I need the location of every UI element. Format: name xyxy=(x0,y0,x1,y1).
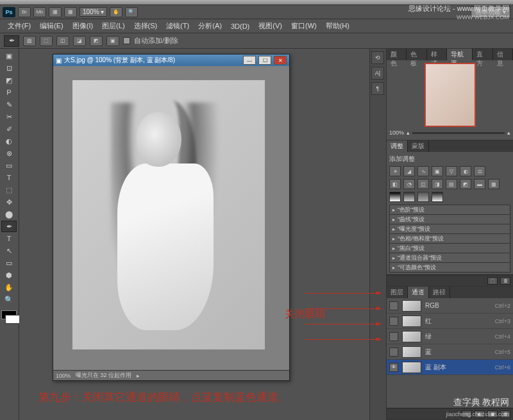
tab-masks[interactable]: 蒙版 xyxy=(408,140,429,152)
eraser-tool[interactable]: T xyxy=(1,172,17,183)
menu-window[interactable]: 窗口(W) xyxy=(287,20,321,32)
shape-tool[interactable]: ▭ xyxy=(1,257,17,269)
history-icon[interactable]: ⟲ xyxy=(371,51,384,64)
mixer-icon[interactable]: ◫ xyxy=(417,179,429,189)
zoom-tool[interactable]: 🔍 xyxy=(1,294,17,305)
photo-filter-icon[interactable]: ◔ xyxy=(403,179,415,189)
tab-navigator[interactable]: 导航器 xyxy=(447,49,473,60)
colorbalance-icon[interactable]: ⚖ xyxy=(474,166,485,176)
stamp-tool[interactable]: ⊗ xyxy=(1,147,17,159)
menu-image[interactable]: 图像(I) xyxy=(69,20,97,32)
preset-bw[interactable]: "黑白"预设 xyxy=(389,243,510,253)
expand-icon[interactable]: ⬚ xyxy=(487,277,498,285)
tab-swatches[interactable]: 色板 xyxy=(407,49,426,60)
grad3-icon[interactable] xyxy=(417,192,429,202)
status-zoom[interactable]: 100% xyxy=(56,373,71,379)
tab-channels[interactable]: 通道 xyxy=(408,287,429,298)
channel-blue-copy[interactable]: 👁 蓝 副本 Ctrl+6 xyxy=(387,360,513,375)
threshold-icon[interactable]: ◩ xyxy=(460,179,471,189)
menu-edit[interactable]: 编辑(E) xyxy=(36,20,67,32)
dodge-tool[interactable]: ⬤ xyxy=(1,208,17,220)
channel-green[interactable]: 绿 Ctrl+4 xyxy=(387,329,513,344)
preset-selective[interactable]: "可选颜色"预设 xyxy=(389,262,510,273)
paragraph-icon[interactable]: ¶ xyxy=(371,82,384,95)
tab-layers[interactable]: 图层 xyxy=(387,287,408,298)
eye-green[interactable] xyxy=(389,332,398,341)
hue-icon[interactable]: ◐ xyxy=(460,166,471,176)
combine-icon[interactable]: ◫ xyxy=(56,36,69,46)
invert-icon[interactable]: ◨ xyxy=(432,179,443,189)
heal-tool[interactable]: ✐ xyxy=(1,123,17,135)
zoom-in-icon[interactable]: ▴ xyxy=(507,130,510,136)
path-select-tool[interactable]: ↖ xyxy=(1,245,17,256)
vibrance-icon[interactable]: ▽ xyxy=(446,166,457,176)
grad2-icon[interactable] xyxy=(403,192,415,202)
minibridge-button[interactable]: Mb xyxy=(33,7,46,17)
character-icon[interactable]: A| xyxy=(371,67,384,80)
subtract-icon[interactable]: ◪ xyxy=(73,36,86,46)
gradient-map-icon[interactable]: ▬ xyxy=(474,179,485,189)
bw-icon[interactable]: ◧ xyxy=(389,179,401,189)
brightness-icon[interactable]: ☀ xyxy=(389,166,401,176)
exposure-icon[interactable]: ▣ xyxy=(432,166,443,176)
grid-button[interactable]: ▦ xyxy=(49,7,62,17)
zoom-icon[interactable]: 🔍 xyxy=(125,7,138,17)
preset-curves[interactable]: "曲线"预设 xyxy=(389,214,510,224)
menu-layer[interactable]: 图层(L) xyxy=(98,20,128,32)
eye-blue[interactable] xyxy=(389,348,398,357)
eye-rgb[interactable] xyxy=(389,301,398,310)
menu-analysis[interactable]: 分析(A) xyxy=(194,20,226,32)
tab-adjustments[interactable]: 调整 xyxy=(387,140,408,152)
channel-red[interactable]: 红 Ctrl+3 xyxy=(387,314,513,329)
hand-tool[interactable]: ✋ xyxy=(1,281,17,293)
exclude-icon[interactable]: ▣ xyxy=(106,36,119,46)
tab-styles[interactable]: 样式 xyxy=(427,49,447,60)
pen-mode-icon[interactable]: ▧ xyxy=(23,36,36,46)
history-brush-tool[interactable]: ▭ xyxy=(1,160,17,171)
hand-icon[interactable]: ✋ xyxy=(110,7,122,17)
preset-levels[interactable]: "色阶"预设 xyxy=(389,205,510,215)
trash-icon[interactable]: 🗑 xyxy=(500,277,510,285)
tab-info[interactable]: 信息 xyxy=(493,49,513,60)
posterize-icon[interactable]: ▤ xyxy=(446,179,457,189)
screen-button[interactable]: ▦ xyxy=(64,7,77,17)
brush-tool[interactable]: ◐ xyxy=(1,135,17,147)
selective-icon[interactable]: ▦ xyxy=(488,179,500,189)
minimize-button[interactable]: — xyxy=(243,56,256,65)
eye-blue-copy[interactable]: 👁 xyxy=(389,363,398,372)
menu-select[interactable]: 选择(S) xyxy=(130,20,162,32)
grad1-icon[interactable] xyxy=(389,192,401,202)
bridge-button[interactable]: Br xyxy=(18,7,31,17)
preset-mixer[interactable]: "通道混合器"预设 xyxy=(389,253,510,263)
eye-red[interactable] xyxy=(389,317,398,326)
channel-blue[interactable]: 蓝 Ctrl+5 xyxy=(387,344,513,360)
wand-tool[interactable]: P xyxy=(1,87,17,98)
navigator-thumbnail[interactable] xyxy=(425,63,476,127)
path-mode-icon[interactable]: ⬚ xyxy=(40,36,53,46)
document-canvas[interactable] xyxy=(72,80,265,349)
type-tool[interactable]: T xyxy=(1,233,17,244)
tab-paths[interactable]: 路径 xyxy=(429,287,450,298)
move-tool[interactable]: ▣ xyxy=(1,50,17,62)
close-button[interactable]: ✕ xyxy=(274,56,287,65)
zoom-out-icon[interactable]: ▴ xyxy=(407,130,410,136)
levels-icon[interactable]: ◢ xyxy=(403,166,415,176)
auto-add-checkbox[interactable] xyxy=(123,37,130,44)
menu-filter[interactable]: 滤镜(T) xyxy=(162,20,193,32)
tab-color[interactable]: 颜色 xyxy=(387,49,407,60)
3d-tool[interactable]: ⬢ xyxy=(1,269,17,281)
marquee-tool[interactable]: ⊡ xyxy=(1,62,17,74)
menu-file[interactable]: 文件(F) xyxy=(4,20,35,32)
menu-help[interactable]: 帮助(H) xyxy=(322,20,353,32)
preset-exposure[interactable]: "曝光度"预设 xyxy=(389,224,510,234)
lasso-tool[interactable]: ◩ xyxy=(1,74,17,86)
tab-histogram[interactable]: 直方 xyxy=(473,49,492,60)
preset-hue[interactable]: "色相/饱和度"预设 xyxy=(389,233,510,244)
crop-tool[interactable]: ✎ xyxy=(1,99,17,110)
eyedropper-tool[interactable]: ✂ xyxy=(1,111,17,122)
intersect-icon[interactable]: ◩ xyxy=(90,36,103,46)
maximize-button[interactable]: ☐ xyxy=(258,56,271,65)
zoom-slider[interactable] xyxy=(412,132,505,134)
grad4-icon[interactable] xyxy=(432,192,443,202)
pen-tool[interactable]: ✒ xyxy=(1,221,17,232)
